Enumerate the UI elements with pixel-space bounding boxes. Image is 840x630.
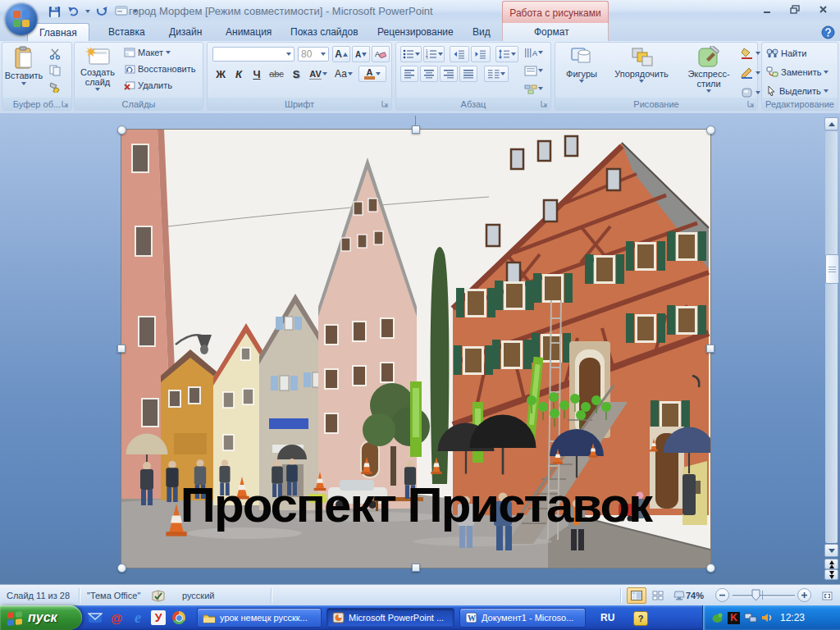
- tab-animation[interactable]: Анимация: [214, 23, 283, 41]
- scrollbar-track[interactable]: [825, 131, 838, 543]
- internet-explorer-icon[interactable]: e: [130, 609, 146, 626]
- handle-middle-right[interactable]: [706, 345, 714, 353]
- volume-tray-icon[interactable]: [761, 612, 773, 623]
- find-button[interactable]: Найти: [766, 48, 806, 58]
- letter-app-icon[interactable]: У: [151, 610, 166, 625]
- handle-top-left[interactable]: [117, 126, 126, 135]
- paragraph-dialog-launcher[interactable]: [540, 99, 549, 108]
- delete-slide-button[interactable]: Удалить: [124, 80, 172, 90]
- drawing-dialog-launcher[interactable]: [746, 99, 756, 108]
- zoom-slider-track[interactable]: [733, 595, 795, 596]
- handle-middle-left[interactable]: [117, 345, 126, 353]
- align-center-button[interactable]: [420, 66, 438, 82]
- start-button[interactable]: пуск: [0, 605, 82, 630]
- numbering-button[interactable]: 123: [423, 46, 445, 62]
- bold-button[interactable]: Ж: [212, 66, 229, 82]
- chrome-icon[interactable]: [171, 609, 187, 626]
- kaspersky-tray-icon[interactable]: K: [728, 612, 740, 624]
- restore-button[interactable]: [786, 3, 804, 16]
- clear-formatting-button[interactable]: A: [372, 46, 390, 62]
- clipboard-dialog-launcher[interactable]: [61, 99, 70, 108]
- change-case-button[interactable]: Аа: [332, 66, 355, 82]
- arrange-button[interactable]: Упорядочить: [608, 46, 675, 83]
- font-size-combo[interactable]: 80: [298, 47, 329, 62]
- character-spacing-button[interactable]: AV: [306, 66, 331, 82]
- slide-caption[interactable]: Проспект Приставок: [121, 481, 710, 530]
- scroll-down-button[interactable]: [824, 544, 838, 557]
- undo-button[interactable]: [66, 4, 82, 19]
- strikethrough-button[interactable]: abc: [267, 66, 286, 82]
- font-dialog-launcher[interactable]: [381, 99, 390, 108]
- slideshow-from-start-button[interactable]: [113, 4, 130, 19]
- reset-slide-button[interactable]: Восстановить: [124, 64, 195, 74]
- new-slide-button[interactable]: Создать слайд: [76, 46, 119, 91]
- line-spacing-button[interactable]: [495, 46, 518, 62]
- align-left-button[interactable]: [400, 66, 418, 82]
- layout-button[interactable]: Макет: [124, 48, 171, 57]
- language-bar-help-icon[interactable]: ?: [633, 611, 648, 626]
- grow-font-button[interactable]: А: [332, 46, 350, 62]
- format-painter-button[interactable]: [47, 79, 63, 95]
- close-button[interactable]: [814, 3, 832, 16]
- shape-fill-button[interactable]: [741, 48, 760, 59]
- task-folder[interactable]: урок немецк русскк...: [197, 608, 322, 628]
- handle-top-middle[interactable]: [412, 126, 420, 134]
- minimize-button[interactable]: [758, 3, 776, 16]
- spell-check-icon[interactable]: [151, 585, 166, 606]
- font-name-combo[interactable]: [212, 47, 294, 62]
- mail-agent-icon[interactable]: @: [108, 609, 125, 626]
- tab-design[interactable]: Дизайн: [158, 23, 213, 41]
- handle-bottom-right[interactable]: [706, 564, 715, 573]
- text-direction-button[interactable]: А: [521, 44, 546, 61]
- decrease-indent-button[interactable]: [450, 46, 469, 62]
- columns-button[interactable]: [484, 66, 509, 82]
- paste-button[interactable]: Вставить: [6, 46, 42, 85]
- office-button[interactable]: [5, 2, 38, 35]
- tab-slideshow[interactable]: Показ слайдов: [279, 23, 370, 41]
- outlook-express-icon[interactable]: [87, 609, 103, 626]
- replace-button[interactable]: Заменить: [766, 66, 829, 77]
- select-button[interactable]: Выделить: [766, 85, 829, 96]
- shrink-font-button[interactable]: А: [352, 46, 370, 62]
- slide-image[interactable]: Проспект Приставок: [121, 130, 710, 568]
- undo-dropdown-arrow[interactable]: [85, 10, 90, 13]
- tray-green-icon[interactable]: [711, 612, 724, 624]
- task-powerpoint[interactable]: Microsoft PowerPoint ...: [326, 608, 454, 628]
- help-button[interactable]: [821, 25, 835, 39]
- language-indicator[interactable]: русский: [182, 585, 214, 606]
- save-button[interactable]: [46, 4, 62, 19]
- network-tray-icon[interactable]: [744, 612, 757, 623]
- align-text-button[interactable]: [521, 62, 546, 79]
- quick-styles-button[interactable]: Экспресс-стили: [677, 46, 741, 93]
- zoom-in-button[interactable]: [797, 588, 811, 602]
- normal-view-button[interactable]: [627, 587, 646, 604]
- text-shadow-button[interactable]: S: [288, 66, 304, 82]
- fit-to-window-button[interactable]: [817, 587, 837, 604]
- italic-button[interactable]: К: [231, 66, 247, 82]
- underline-button[interactable]: Ч: [249, 66, 265, 82]
- previous-slide-button[interactable]: [824, 559, 838, 569]
- convert-to-smartart-button[interactable]: [521, 80, 546, 97]
- increase-indent-button[interactable]: [471, 46, 491, 62]
- handle-bottom-left[interactable]: [117, 564, 126, 573]
- tab-view[interactable]: Вид: [461, 23, 502, 41]
- zoom-out-button[interactable]: [715, 588, 729, 602]
- slide-sorter-view-button[interactable]: [648, 587, 668, 604]
- tab-home[interactable]: Главная: [27, 23, 89, 42]
- task-word[interactable]: W Документ1 - Microso...: [459, 608, 586, 628]
- copy-button[interactable]: [47, 62, 63, 79]
- shape-outline-button[interactable]: [741, 67, 760, 79]
- cut-button[interactable]: [47, 46, 63, 62]
- shape-effects-button[interactable]: [741, 87, 760, 98]
- language-bar[interactable]: RU: [600, 605, 614, 630]
- justify-button[interactable]: [459, 66, 477, 82]
- scrollbar-thumb[interactable]: [825, 254, 839, 284]
- shapes-button[interactable]: Фигуры: [559, 46, 605, 83]
- align-right-button[interactable]: [440, 66, 458, 82]
- bullets-button[interactable]: [400, 46, 422, 62]
- zoom-slider-thumb[interactable]: [751, 589, 760, 601]
- zoom-level[interactable]: 74%: [686, 585, 704, 606]
- tab-review[interactable]: Рецензирование: [366, 23, 465, 41]
- handle-bottom-middle[interactable]: [412, 564, 420, 572]
- font-color-button[interactable]: А: [358, 66, 386, 82]
